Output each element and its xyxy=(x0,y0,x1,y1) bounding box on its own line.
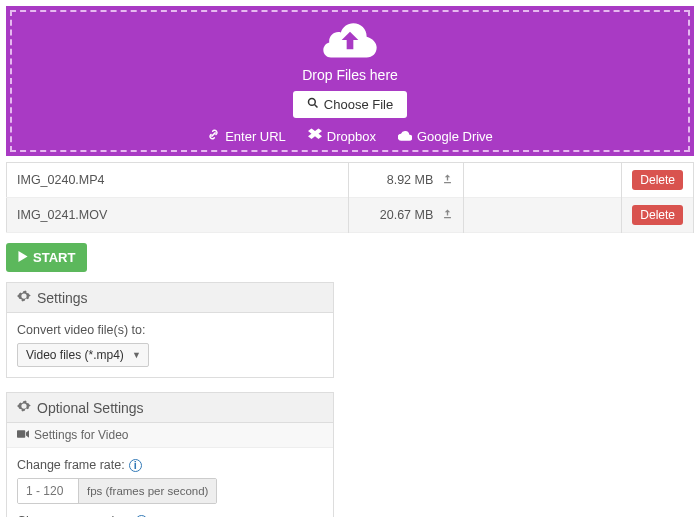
delete-button[interactable]: Delete xyxy=(632,205,683,225)
settings-panel: Settings Convert video file(s) to: Video… xyxy=(6,282,334,378)
video-subheading: Settings for Video xyxy=(34,428,129,442)
gear-icon xyxy=(17,289,31,306)
optional-heading-row: Optional Settings xyxy=(7,393,333,423)
gear-icon xyxy=(17,399,31,416)
settings-heading-row: Settings xyxy=(7,283,333,313)
gdrive-link[interactable]: Google Drive xyxy=(398,128,493,144)
cloud-upload-icon xyxy=(322,20,378,63)
start-row: START xyxy=(0,233,700,282)
settings-heading: Settings xyxy=(37,290,88,306)
svg-rect-2 xyxy=(17,430,25,438)
chevron-down-icon: ▼ xyxy=(132,350,141,360)
optional-settings-panel: Optional Settings Settings for Video Cha… xyxy=(6,392,334,517)
upload-icon xyxy=(442,208,453,222)
gdrive-label: Google Drive xyxy=(417,129,493,144)
cloud-icon xyxy=(398,129,412,144)
optional-heading: Optional Settings xyxy=(37,400,144,416)
file-size-cell: 20.67 MB xyxy=(349,198,463,233)
source-row: Enter URL Dropbox Google Drive xyxy=(207,128,493,144)
dropzone-title: Drop Files here xyxy=(302,67,398,83)
video-icon xyxy=(17,428,29,442)
svg-point-0 xyxy=(308,99,315,106)
frame-rate-input[interactable] xyxy=(18,479,78,503)
dropbox-link[interactable]: Dropbox xyxy=(308,128,376,144)
file-name: IMG_0241.MOV xyxy=(7,198,349,233)
dropbox-label: Dropbox xyxy=(327,129,376,144)
file-size: 20.67 MB xyxy=(380,208,434,222)
file-table: IMG_0240.MP4 8.92 MB Delete IMG_0241.MOV… xyxy=(6,162,694,233)
file-size: 8.92 MB xyxy=(387,173,434,187)
start-button[interactable]: START xyxy=(6,243,87,272)
choose-file-label: Choose File xyxy=(324,97,393,112)
dropbox-icon xyxy=(308,128,322,144)
video-subheading-row: Settings for Video xyxy=(7,423,333,448)
file-status xyxy=(463,198,622,233)
frame-rate-label-row: Change frame rate: i xyxy=(17,458,323,472)
dropzone-inner[interactable]: Drop Files here Choose File Enter URL Dr… xyxy=(10,10,690,152)
frame-rate-label: Change frame rate: xyxy=(17,458,125,472)
file-actions: Delete xyxy=(622,198,694,233)
file-actions: Delete xyxy=(622,163,694,198)
delete-button[interactable]: Delete xyxy=(632,170,683,190)
svg-line-1 xyxy=(314,105,317,108)
table-row: IMG_0240.MP4 8.92 MB Delete xyxy=(7,163,694,198)
link-icon xyxy=(207,128,220,144)
table-row: IMG_0241.MOV 20.67 MB Delete xyxy=(7,198,694,233)
file-status xyxy=(463,163,622,198)
file-size-cell: 8.92 MB xyxy=(349,163,463,198)
enter-url-label: Enter URL xyxy=(225,129,286,144)
format-select[interactable]: Video files (*.mp4) ▼ xyxy=(17,343,149,367)
frame-rate-input-group: fps (frames per second) xyxy=(17,478,217,504)
upload-icon xyxy=(442,173,453,187)
dropzone[interactable]: Drop Files here Choose File Enter URL Dr… xyxy=(6,6,694,156)
play-icon xyxy=(18,250,28,265)
frame-rate-unit: fps (frames per second) xyxy=(78,479,216,503)
format-selected: Video files (*.mp4) xyxy=(17,343,149,367)
search-icon xyxy=(307,97,319,112)
file-name: IMG_0240.MP4 xyxy=(7,163,349,198)
choose-file-button[interactable]: Choose File xyxy=(293,91,407,118)
convert-label: Convert video file(s) to: xyxy=(17,323,323,337)
info-icon[interactable]: i xyxy=(129,459,142,472)
start-label: START xyxy=(33,250,75,265)
enter-url-link[interactable]: Enter URL xyxy=(207,128,286,144)
